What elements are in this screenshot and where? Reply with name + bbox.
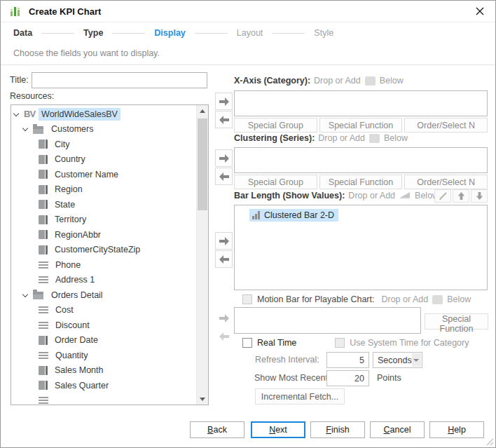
- motion-bar-dropzone[interactable]: [234, 307, 421, 334]
- create-kpi-chart-dialog: Create KPI Chart Data Type Display Layou…: [0, 0, 496, 448]
- tree-item-territory[interactable]: Territory: [11, 212, 196, 228]
- tree-item-label[interactable]: Sales Month: [52, 364, 106, 376]
- tree-item-sales-month[interactable]: Sales Month: [11, 363, 196, 379]
- dimension-icon: [39, 155, 48, 164]
- tree-item-label[interactable]: Customers: [48, 123, 96, 135]
- step-type[interactable]: Type: [83, 28, 103, 38]
- scrollbar-thumb[interactable]: [198, 118, 207, 210]
- tree-item-label[interactable]: Address 1: [53, 273, 97, 286]
- tree-item-discount[interactable]: Discount: [11, 318, 196, 333]
- special-function-button[interactable]: Special Function: [425, 313, 488, 330]
- tree-item-state[interactable]: State: [11, 197, 196, 212]
- tree-item-label[interactable]: Cost: [53, 304, 76, 316]
- measure-icon: [39, 306, 48, 313]
- tree-item-phone[interactable]: Phone: [11, 257, 196, 273]
- back-button[interactable]: Back: [190, 421, 244, 438]
- dimension-icon: [39, 245, 48, 254]
- tree-item-label[interactable]: CustomerCityStateZip: [52, 243, 143, 256]
- step-layout[interactable]: Layout: [237, 28, 263, 38]
- tree-item-country[interactable]: Country: [11, 152, 196, 168]
- chart-title-input[interactable]: [32, 72, 207, 88]
- tree-item-partial[interactable]: [11, 393, 196, 406]
- tree-item-label[interactable]: WorldWideSalesBV: [39, 108, 120, 121]
- chevron-down-icon[interactable]: [412, 353, 421, 367]
- add-field-icon[interactable]: [365, 76, 376, 86]
- special-group-button[interactable]: Special Group: [234, 175, 317, 189]
- tree-item-customer-name[interactable]: Customer Name: [11, 167, 196, 182]
- step-display[interactable]: Display: [154, 28, 185, 38]
- refresh-interval-input[interactable]: [326, 352, 369, 368]
- special-function-button[interactable]: Special Function: [319, 175, 403, 189]
- tree-item-quantity[interactable]: Quantity: [11, 348, 196, 363]
- edit-pencil-icon[interactable]: [434, 189, 451, 203]
- tree-item-label[interactable]: Country: [52, 153, 88, 165]
- tree-item-city[interactable]: City: [11, 137, 196, 152]
- tree-item-label[interactable]: Territory: [52, 213, 89, 226]
- tree-item-label[interactable]: Quantity: [53, 349, 91, 362]
- chevron-down-icon[interactable]: [22, 125, 28, 131]
- finish-button[interactable]: Finish: [310, 421, 365, 438]
- real-time-label[interactable]: Real Time: [257, 338, 296, 348]
- bar-length-dropzone[interactable]: Clustered Bar 2-D: [234, 205, 488, 290]
- tree-item-label[interactable]: Region: [52, 183, 85, 196]
- bar-length-item-label[interactable]: Clustered Bar 2-D: [264, 210, 334, 220]
- tree-item-regionabbr[interactable]: RegionAbbr: [11, 227, 196, 243]
- special-function-button[interactable]: Special Function: [319, 118, 403, 133]
- bar-length-item[interactable]: Clustered Bar 2-D: [249, 209, 338, 222]
- cancel-button[interactable]: Cancel: [370, 421, 425, 438]
- real-time-checkbox[interactable]: [242, 338, 252, 348]
- tree-item-customercitystatezip[interactable]: CustomerCityStateZip: [11, 243, 196, 258]
- incremental-fetch-button[interactable]: Incremental Fetch...: [255, 388, 345, 405]
- move-right-icon[interactable]: [215, 232, 233, 250]
- tree-item-region[interactable]: Region: [11, 182, 196, 198]
- tree-scrollbar[interactable]: [196, 105, 208, 405]
- tree-item-label[interactable]: Sales Quarter: [52, 379, 111, 392]
- tree-item-label[interactable]: [53, 399, 58, 402]
- tree-item-label[interactable]: RegionAbbr: [52, 229, 104, 241]
- order-select-n-button[interactable]: Order/Select N: [404, 118, 488, 133]
- bar-length-transfer-arrows: [215, 232, 233, 268]
- close-icon[interactable]: [473, 4, 487, 18]
- tree-item-customers[interactable]: Customers: [11, 122, 196, 137]
- show-most-recent-input[interactable]: [326, 370, 369, 386]
- next-button[interactable]: Next: [251, 421, 305, 438]
- tree-item-label[interactable]: City: [52, 138, 73, 151]
- tree-item-cost[interactable]: Cost: [11, 303, 196, 318]
- tree-item-label[interactable]: Discount: [53, 319, 92, 332]
- step-data[interactable]: Data: [13, 28, 32, 38]
- tree-item-label[interactable]: Orders Detail: [48, 289, 106, 301]
- move-right-icon-disabled: [215, 309, 233, 327]
- tree-item-order-date[interactable]: Order Date: [11, 333, 196, 348]
- resize-grip[interactable]: [486, 438, 494, 446]
- move-right-icon[interactable]: [215, 93, 233, 110]
- move-left-icon[interactable]: [215, 168, 233, 185]
- dimension-icon: [39, 381, 48, 390]
- help-button[interactable]: Help: [429, 421, 484, 438]
- move-up-icon[interactable]: [453, 189, 469, 203]
- order-select-n-button[interactable]: Order/Select N: [404, 175, 488, 189]
- chevron-down-icon[interactable]: [22, 292, 28, 297]
- tree-item-orders-detail[interactable]: Orders Detail: [11, 287, 196, 303]
- move-down-icon[interactable]: [471, 189, 488, 203]
- dimension-icon: [39, 200, 48, 209]
- tree-item-label[interactable]: Phone: [53, 259, 83, 271]
- scroll-up-icon[interactable]: [197, 105, 208, 116]
- special-group-button[interactable]: Special Group: [234, 118, 317, 133]
- tree-item-address-1[interactable]: Address 1: [11, 273, 196, 288]
- add-field-icon[interactable]: [369, 134, 380, 143]
- move-left-icon[interactable]: [215, 250, 233, 268]
- move-left-icon[interactable]: [215, 111, 233, 128]
- tree-item-worldwidesalesbv[interactable]: BV WorldWideSalesBV: [11, 107, 196, 122]
- tree-item-label[interactable]: Order Date: [52, 334, 101, 346]
- move-right-icon[interactable]: [215, 149, 233, 167]
- chevron-down-icon[interactable]: [13, 111, 19, 116]
- x-axis-dropzone[interactable]: [234, 90, 488, 116]
- step-style[interactable]: Style: [314, 28, 333, 38]
- scroll-down-icon[interactable]: [197, 393, 208, 405]
- add-value-icon[interactable]: [399, 191, 411, 201]
- refresh-unit-select[interactable]: Seconds: [373, 352, 422, 368]
- tree-item-label[interactable]: State: [52, 198, 78, 211]
- clustering-dropzone[interactable]: [234, 147, 488, 173]
- tree-item-label[interactable]: Customer Name: [52, 168, 121, 181]
- tree-item-sales-quarter[interactable]: Sales Quarter: [11, 378, 196, 393]
